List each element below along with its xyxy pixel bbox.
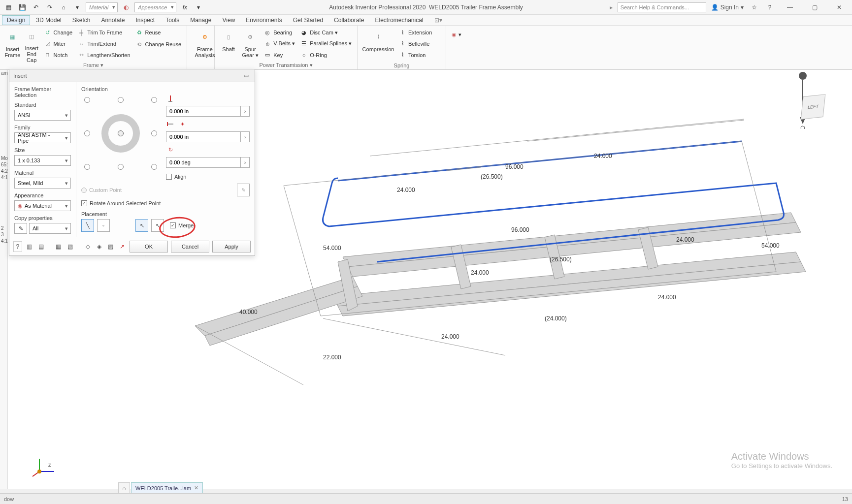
notch-button[interactable]: ⊓Notch xyxy=(42,50,74,60)
tab-collaborate[interactable]: Collaborate xyxy=(329,15,369,25)
offset-v-input[interactable]: › xyxy=(166,131,250,142)
compression-button[interactable]: ⌇ Compression xyxy=(361,28,395,63)
merge-checkbox[interactable] xyxy=(170,222,176,228)
appearance-toggle-button[interactable]: ◉▾ xyxy=(450,30,462,39)
search-chevron-icon[interactable]: ▸ xyxy=(610,4,613,11)
orient-ml[interactable] xyxy=(84,130,90,136)
home-icon[interactable]: ⌂ xyxy=(58,2,69,13)
orient-tl[interactable] xyxy=(84,97,90,103)
orient-center[interactable] xyxy=(101,114,140,153)
qat-more-icon[interactable]: ▾ xyxy=(193,2,204,13)
undo-icon[interactable]: ↶ xyxy=(31,2,41,13)
extension-button[interactable]: ⌇Extension xyxy=(397,28,433,37)
orient-tc[interactable] xyxy=(118,97,124,103)
material-combo-dlg[interactable]: Steel, Mild xyxy=(14,178,71,189)
tab-overflow-icon[interactable]: ⊡▾ xyxy=(429,15,447,25)
placement-point-button[interactable]: ◦ xyxy=(97,219,110,232)
lengthen-shorten-button[interactable]: ⇿Lengthen/Shorten xyxy=(76,50,131,60)
spinner-icon[interactable]: › xyxy=(240,132,249,142)
material-combo[interactable]: Material xyxy=(86,2,118,12)
power-group-label[interactable]: Power Transmission ▾ xyxy=(215,62,357,68)
spur-gear-button[interactable]: ⚙ Spur Gear ▾ xyxy=(240,28,260,63)
spinner-icon[interactable]: › xyxy=(240,106,249,116)
disc-cam-button[interactable]: ◕Disc Cam ▾ xyxy=(298,28,353,37)
key-button[interactable]: ▭Key xyxy=(262,50,296,60)
orient-bl[interactable] xyxy=(84,164,90,170)
opt4-button[interactable]: ▧ xyxy=(66,241,74,252)
cancel-button[interactable]: Cancel xyxy=(171,241,209,252)
trim-to-frame-button[interactable]: ╪Trim To Frame xyxy=(76,28,131,37)
color-picker-icon[interactable]: ◐ xyxy=(121,2,131,13)
change-button[interactable]: ↺Change xyxy=(42,28,74,37)
tab-environments[interactable]: Environments xyxy=(241,15,287,25)
opt1-button[interactable]: ▥ xyxy=(25,241,33,252)
dialog-titlebar[interactable]: Insert ▭ xyxy=(9,69,255,82)
opt8-button[interactable]: ↗ xyxy=(118,241,127,252)
tab-inspect[interactable]: Inspect xyxy=(131,15,160,25)
select-mode-button[interactable]: ↖ xyxy=(135,219,148,232)
bearing-button[interactable]: ◎Bearing xyxy=(262,28,296,37)
tab-electromechanical[interactable]: Electromechanical xyxy=(370,15,428,25)
oring-button[interactable]: ○O-Ring xyxy=(298,50,353,60)
vbelts-button[interactable]: ⎋V-Belts ▾ xyxy=(262,39,296,49)
home-tab-button[interactable]: ⌂ xyxy=(118,482,130,493)
search-input[interactable]: Search Help & Commands... xyxy=(618,2,706,12)
spinner-icon[interactable]: › xyxy=(240,158,249,167)
browser-panel-edge[interactable]: ame Mod 65:1 4:2 4:1 2 3 4:1 xyxy=(0,70,8,489)
tab-view[interactable]: View xyxy=(218,15,240,25)
orient-tr[interactable] xyxy=(151,97,157,103)
frame-group-label[interactable]: Frame ▾ xyxy=(0,62,187,68)
angle-input[interactable]: › xyxy=(166,157,250,168)
align-checkbox[interactable] xyxy=(166,174,172,180)
torsion-button[interactable]: ⌇Torsion xyxy=(397,50,433,60)
view-cube[interactable]: LEFT xyxy=(798,90,832,124)
eyedropper-button[interactable]: ✎ xyxy=(14,223,27,234)
placement-edge-button[interactable]: ╲ xyxy=(81,219,94,232)
fx-icon[interactable]: fx xyxy=(179,2,190,13)
tab-get-started[interactable]: Get Started xyxy=(288,15,328,25)
document-tab[interactable]: WELD2005 Traile...iam ✕ xyxy=(131,482,203,493)
tab-close-icon[interactable]: ✕ xyxy=(194,485,198,491)
favorite-icon[interactable]: ☆ xyxy=(749,2,759,13)
size-combo[interactable]: 1 x 0.133 xyxy=(14,155,71,166)
signin-link[interactable]: 👤Sign In▾ xyxy=(711,4,744,11)
app-menu-icon[interactable]: ▦ xyxy=(3,2,14,13)
redo-icon[interactable]: ↷ xyxy=(44,2,55,13)
reuse-button[interactable]: ♻Reuse xyxy=(134,28,183,37)
help-button[interactable]: ? xyxy=(13,241,22,252)
copy-props-combo[interactable]: All xyxy=(29,223,71,234)
viewcube-face-left[interactable]: LEFT xyxy=(801,94,826,120)
tab-manage[interactable]: Manage xyxy=(185,15,216,25)
select-mode2-button[interactable]: ↖ xyxy=(151,219,164,232)
maximize-button[interactable]: ▢ xyxy=(805,1,824,14)
appearance-combo-dlg[interactable]: ◉As Material xyxy=(14,200,71,211)
tab-design[interactable]: Design xyxy=(2,15,30,25)
offset-h-input[interactable]: › xyxy=(166,106,250,117)
opt2-button[interactable]: ▤ xyxy=(36,241,45,252)
dropdown-icon[interactable]: ▾ xyxy=(72,2,83,13)
apply-button[interactable]: Apply xyxy=(212,241,251,252)
tab-tools[interactable]: Tools xyxy=(161,15,184,25)
miter-button[interactable]: ◿Miter xyxy=(42,39,74,49)
belleville-button[interactable]: ⌇Belleville xyxy=(397,39,433,49)
save-icon[interactable]: 💾 xyxy=(17,2,28,13)
shaft-button[interactable]: ▯ Shaft xyxy=(219,28,238,63)
ok-button[interactable]: OK xyxy=(130,241,168,252)
opt3-button[interactable]: ▦ xyxy=(54,241,63,252)
tab-annotate[interactable]: Annotate xyxy=(96,15,130,25)
close-button[interactable]: ✕ xyxy=(829,1,849,14)
custom-point-pick-button[interactable]: ✎ xyxy=(237,184,250,196)
tab-3d-model[interactable]: 3D Model xyxy=(31,15,66,25)
trim-extend-button[interactable]: ↔Trim/Extend xyxy=(76,39,131,49)
dialog-close-button[interactable]: ▭ xyxy=(242,71,251,80)
rotate-around-checkbox[interactable] xyxy=(81,200,87,206)
orient-bc[interactable] xyxy=(118,164,124,170)
appearance-combo[interactable]: Appearance xyxy=(134,2,176,12)
orient-br[interactable] xyxy=(151,164,157,170)
insert-endcap-button[interactable]: ◫ Insert End Cap xyxy=(23,28,40,63)
orientation-grid[interactable] xyxy=(81,94,160,173)
standard-combo[interactable]: ANSI xyxy=(14,110,71,121)
tab-sketch[interactable]: Sketch xyxy=(67,15,96,25)
change-reuse-button[interactable]: ⟲Change Reuse xyxy=(134,39,183,49)
help-icon[interactable]: ? xyxy=(764,2,775,13)
